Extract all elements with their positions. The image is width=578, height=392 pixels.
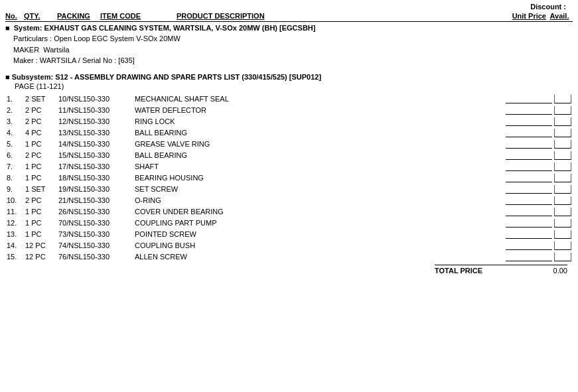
- item-code: 19/NSL150-330: [57, 184, 133, 196]
- item-no: 8.: [5, 173, 24, 184]
- system-header: ■ System: EXHAUST GAS CLEANING SYSTEM, W…: [5, 24, 573, 32]
- maker2-value: WARTSILA / Serial No : [635]: [40, 56, 135, 64]
- table-row: 11. 1 PC 26/NSL150-330 COVER UNDER BEARI…: [5, 207, 573, 218]
- item-price-avail: [493, 252, 573, 263]
- item-code: 74/NSL150-330: [57, 241, 133, 252]
- item-qty: 2 PC: [24, 151, 57, 162]
- item-qty: 12 PC: [24, 241, 57, 252]
- item-price-avail: [493, 207, 573, 218]
- item-qty: 4 PC: [24, 128, 57, 139]
- item-qty: 2 SET: [24, 94, 57, 105]
- table-row: 7. 1 PC 17/NSL150-330 SHAFT: [5, 162, 573, 173]
- item-qty: 2 PC: [24, 105, 57, 117]
- item-no: 10.: [5, 196, 24, 207]
- item-price-avail: [493, 117, 573, 128]
- item-price-avail: [493, 162, 573, 173]
- item-qty: 2 PC: [24, 117, 57, 128]
- item-code: 11/NSL150-330: [57, 105, 133, 117]
- item-code: 73/NSL150-330: [57, 229, 133, 241]
- subsystem-header: ■ Subsystem: S12 - ASSEMBLY DRAWING AND …: [5, 73, 573, 81]
- item-price-avail: [493, 196, 573, 207]
- item-price-avail: [493, 151, 573, 162]
- page: Discount : No. QTY. PACKING ITEM CODE PR…: [0, 0, 578, 280]
- table-row: 3. 2 PC 12/NSL150-330 RING LOCK: [5, 117, 573, 128]
- table-row: 1. 2 SET 10/NSL150-330 MECHANICAL SHAFT …: [5, 94, 573, 105]
- item-code: 14/NSL150-330: [57, 139, 133, 151]
- item-desc: WATER DEFLECTOR: [133, 105, 493, 117]
- table-row: 13. 1 PC 73/NSL150-330 POINTED SCREW: [5, 229, 573, 241]
- item-qty: 1 PC: [24, 229, 57, 241]
- item-desc: SHAFT: [133, 162, 493, 173]
- table-row: 14. 12 PC 74/NSL150-330 COUPLING BUSH: [5, 241, 573, 252]
- items-table: 1. 2 SET 10/NSL150-330 MECHANICAL SHAFT …: [5, 94, 573, 263]
- col-desc: PRODUCT DESCRIPTION: [177, 12, 493, 20]
- item-qty: 1 PC: [24, 162, 57, 173]
- table-row: 6. 2 PC 15/NSL150-330 BALL BEARING: [5, 151, 573, 162]
- item-price-avail: [493, 218, 573, 229]
- item-desc: ALLEN SCREW: [133, 252, 493, 263]
- item-no: 7.: [5, 162, 24, 173]
- item-price-avail: [493, 241, 573, 252]
- item-desc: POINTED SCREW: [133, 229, 493, 241]
- subsystem-title: Subsystem: S12 - ASSEMBLY DRAWING AND SP…: [12, 73, 321, 81]
- col-unitprice: Unit Price: [493, 12, 546, 20]
- table-row: 5. 1 PC 14/NSL150-330 GREASE VALVE RING: [5, 139, 573, 151]
- column-headers: No. QTY. PACKING ITEM CODE PRODUCT DESCR…: [5, 12, 573, 22]
- table-row: 12. 1 PC 70/NSL150-330 COUPLING PART PUM…: [5, 218, 573, 229]
- maker2-line: Maker : WARTSILA / Serial No : [635]: [13, 55, 573, 66]
- item-price-avail: [493, 128, 573, 139]
- item-code: 26/NSL150-330: [57, 207, 133, 218]
- item-desc: RING LOCK: [133, 117, 493, 128]
- table-row: 9. 1 SET 19/NSL150-330 SET SCREW: [5, 184, 573, 196]
- maker2-label: Maker :: [13, 56, 38, 64]
- table-row: 10. 2 PC 21/NSL150-330 O-RING: [5, 196, 573, 207]
- particulars-line: Particulars : Open Loop EGC System V-SOx…: [13, 33, 573, 44]
- item-desc: COUPLING PART PUMP: [133, 218, 493, 229]
- system-particulars: Particulars : Open Loop EGC System V-SOx…: [5, 33, 573, 66]
- item-desc: BALL BEARING: [133, 151, 493, 162]
- item-qty: 1 PC: [24, 173, 57, 184]
- system-bullet: ■: [5, 24, 10, 32]
- page-ref-text: PAGE (11-121): [15, 82, 64, 90]
- item-desc: COUPLING BUSH: [133, 241, 493, 252]
- item-code: 15/NSL150-330: [57, 151, 133, 162]
- item-no: 1.: [5, 94, 24, 105]
- item-price-avail: [493, 173, 573, 184]
- item-code: 18/NSL150-330: [57, 173, 133, 184]
- item-no: 11.: [5, 207, 24, 218]
- item-code: 10/NSL150-330: [57, 94, 133, 105]
- table-row: 15. 12 PC 76/NSL150-330 ALLEN SCREW: [5, 252, 573, 263]
- item-no: 9.: [5, 184, 24, 196]
- col-no: No.: [5, 12, 24, 20]
- item-desc: MECHANICAL SHAFT SEAL: [133, 94, 493, 105]
- item-no: 3.: [5, 117, 24, 128]
- item-code: 76/NSL150-330: [57, 252, 133, 263]
- item-desc: BEARING HOUSING: [133, 173, 493, 184]
- item-code: 12/NSL150-330: [57, 117, 133, 128]
- item-qty: 1 PC: [24, 218, 57, 229]
- col-packing: PACKING: [57, 12, 100, 20]
- col-qty: QTY.: [24, 12, 57, 20]
- item-desc: COVER UNDER BEARING: [133, 207, 493, 218]
- item-price-avail: [493, 94, 573, 105]
- discount-row: Discount :: [5, 3, 573, 11]
- item-no: 15.: [5, 252, 24, 263]
- item-price-avail: [493, 229, 573, 241]
- item-price-avail: [493, 184, 573, 196]
- item-qty: 12 PC: [24, 252, 57, 263]
- item-no: 13.: [5, 229, 24, 241]
- subsystem-bullet: ■: [5, 73, 10, 81]
- item-no: 4.: [5, 128, 24, 139]
- table-row: 8. 1 PC 18/NSL150-330 BEARING HOUSING: [5, 173, 573, 184]
- item-code: 21/NSL150-330: [57, 196, 133, 207]
- total-value: 0.00: [528, 267, 567, 275]
- item-no: 12.: [5, 218, 24, 229]
- maker-line: MAKER Wartsila: [13, 44, 573, 56]
- system-title: System: EXHAUST GAS CLEANING SYSTEM, WAR…: [14, 24, 316, 32]
- item-no: 2.: [5, 105, 24, 117]
- item-price-avail: [493, 105, 573, 117]
- item-qty: 2 PC: [24, 196, 57, 207]
- maker-value: Wartsila: [43, 46, 69, 54]
- item-price-avail: [493, 139, 573, 151]
- item-desc: GREASE VALVE RING: [133, 139, 493, 151]
